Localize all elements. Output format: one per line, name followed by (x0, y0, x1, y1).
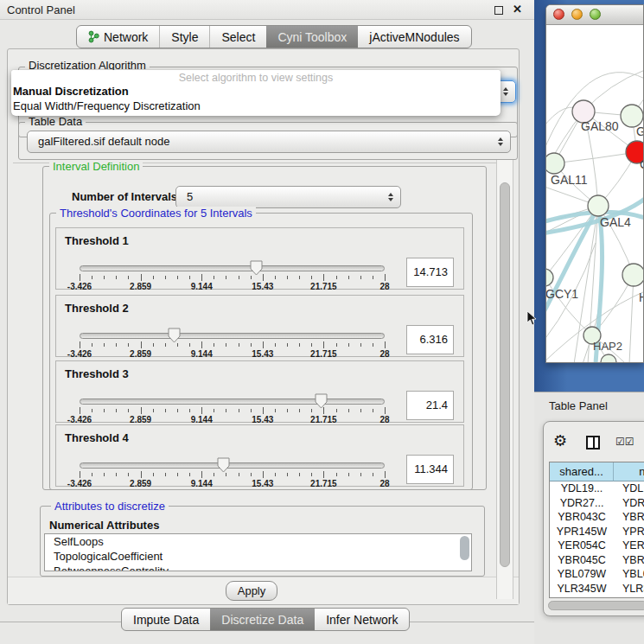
cell-name[interactable]: YER0 (614, 539, 644, 553)
right-mid-node[interactable] (622, 264, 644, 286)
popup-option-equal-width[interactable]: Equal Width/Frequency Discretization (11, 99, 501, 113)
table-data-combo[interactable]: galFiltered.sif default node (27, 131, 511, 153)
numerical-attributes-list[interactable]: SelfLoopsTopologicalCoefficientBetweenne… (44, 533, 472, 571)
network-edge[interactable] (629, 275, 634, 363)
cell-shared-name[interactable]: YLR345W (550, 582, 614, 596)
network-window: GAL80GACGAL11GAL4GCY1HHAP2 (545, 4, 644, 363)
threshold-slider[interactable]: -3.4262.8599.14415.4321.71528 (80, 425, 385, 488)
cell-shared-name[interactable]: YDL19... (550, 481, 614, 496)
threshold-value-field[interactable]: 21.4 (406, 391, 454, 420)
node-label: GA (636, 124, 644, 138)
gal11-node[interactable] (546, 153, 564, 174)
cell-name[interactable]: YBL0 (614, 567, 644, 582)
table-panel-title: Table Panel (549, 399, 608, 412)
bottom-node[interactable] (601, 354, 616, 363)
apply-button[interactable]: Apply (226, 581, 277, 601)
tab-network[interactable]: Network (77, 26, 159, 48)
slider-scale-labels: -3.4262.8599.14415.4321.71528 (80, 349, 385, 360)
column-browser-icon[interactable] (586, 436, 600, 450)
attributes-group-label: Attributes to discretize (51, 500, 169, 513)
panel-scrollbar-thumb[interactable] (500, 182, 510, 567)
control-panel-titlebar: Control Panel ✕ (0, 0, 534, 20)
column-header-shared-name[interactable]: shared... (550, 462, 614, 481)
slider-ticks (80, 407, 385, 415)
cell-shared-name[interactable]: YBL079W (550, 567, 614, 582)
cell-shared-name[interactable]: YPR145W (550, 525, 614, 539)
slider-ticks (80, 274, 385, 282)
tab-jactivemnodules[interactable]: jActiveMNodules (358, 26, 470, 48)
threshold-slider[interactable]: -3.4262.8599.14415.4321.71528 (80, 296, 385, 358)
node-table[interactable]: shared... na YDL19...YDL1YDR27...YDR2YBR… (549, 462, 644, 598)
tab-cyni-toolbox[interactable]: Cyni Toolbox (266, 26, 358, 48)
slider-track[interactable] (80, 333, 385, 339)
threshold-slider[interactable]: -3.4262.8599.14415.4321.71528 (80, 228, 385, 290)
cell-name[interactable]: YPR1 (614, 525, 644, 539)
cell-name[interactable]: YBR0 (614, 510, 644, 525)
cell-name[interactable]: YDR2 (614, 496, 644, 511)
cell-shared-name[interactable]: YER054C (550, 539, 614, 553)
attribute-item[interactable]: BetweennessCentrality (45, 564, 471, 571)
list-scrollbar-thumb[interactable] (460, 536, 469, 560)
threshold-panel: Threshold 4 -3.4262.8599.14415.4321.7152… (55, 424, 464, 487)
bottom-tabbar: Impute Data Discretize Data Infer Networ… (121, 608, 410, 631)
gear-icon[interactable]: ⚙ (553, 433, 567, 449)
slider-track[interactable] (80, 265, 385, 271)
zoom-traffic-light-icon[interactable] (590, 9, 601, 20)
minimize-traffic-light-icon[interactable] (571, 9, 583, 20)
table-row[interactable]: YBL079WYBL0 (550, 567, 644, 582)
table-hscrollbar-thumb[interactable] (548, 601, 644, 610)
cell-name[interactable]: YLR3 (614, 582, 644, 596)
cell-name[interactable]: YBR0 (614, 553, 644, 568)
tab-infer-network[interactable]: Infer Network (315, 609, 409, 630)
thresholds-group-label: Threshold's Coordinates for 5 Intervals (56, 207, 256, 220)
table-hscrollbar-track[interactable] (548, 601, 644, 610)
threshold-value-field[interactable]: 11.344 (406, 455, 454, 484)
gcy1-node[interactable] (546, 269, 553, 286)
num-intervals-combo[interactable]: 5 (175, 186, 401, 208)
control-panel-title: Control Panel (7, 3, 75, 16)
network-edge[interactable] (554, 152, 637, 163)
table-panel: ⚙ ☑☑ shared... na YDL19...YDL1YDR27...YD… (543, 421, 644, 616)
column-header-name[interactable]: na (614, 462, 644, 481)
cell-shared-name[interactable]: YIL052C (550, 596, 614, 598)
cell-name[interactable]: YDL1 (614, 481, 644, 496)
float-window-icon[interactable] (494, 6, 503, 15)
tab-select[interactable]: Select (209, 26, 266, 48)
table-row[interactable]: YDR27...YDR2 (550, 496, 644, 511)
cell-name[interactable]: YIL0 (614, 596, 644, 598)
popup-option-manual[interactable]: Manual Discretization (11, 84, 501, 99)
network-edge[interactable] (609, 362, 615, 363)
table-row[interactable]: YIL052CYIL0 (550, 596, 644, 598)
tab-impute-data[interactable]: Impute Data (122, 609, 210, 630)
slider-track[interactable] (80, 462, 385, 469)
table-row[interactable]: YPR145WYPR1 (550, 525, 644, 539)
threshold-slider[interactable]: -3.4262.8599.14415.4321.71528 (80, 361, 385, 424)
network-canvas[interactable]: GAL80GACGAL11GAL4GCY1HHAP2 (546, 25, 644, 363)
panel-scrollbar-track[interactable] (496, 160, 513, 599)
mouse-cursor (526, 310, 537, 326)
threshold-value-field[interactable]: 6.316 (406, 325, 454, 354)
tab-style[interactable]: Style (159, 26, 209, 48)
tab-discretize-data[interactable]: Discretize Data (210, 609, 315, 630)
cell-shared-name[interactable]: YBR043C (550, 510, 614, 525)
attribute-item[interactable]: TopologicalCoefficient (45, 549, 471, 564)
close-traffic-light-icon[interactable] (553, 9, 564, 20)
tab-network-label: Network (104, 30, 148, 44)
cell-shared-name[interactable]: YBR045C (550, 553, 614, 568)
table-row[interactable]: YBR045CYBR0 (550, 553, 644, 568)
cell-shared-name[interactable]: YDR27... (550, 496, 614, 511)
checkbox-icons[interactable]: ☑☑ (615, 436, 634, 448)
algorithm-popup: Select algorithm to view settings Manual… (11, 70, 501, 116)
table-row[interactable]: YER054CYER0 (550, 539, 644, 553)
close-icon[interactable]: ✕ (513, 3, 522, 16)
gal4-node[interactable] (588, 195, 609, 216)
table-row[interactable]: YBR043CYBR0 (550, 510, 644, 525)
slider-ticks (80, 471, 385, 479)
threshold-value-field[interactable]: 14.713 (406, 258, 454, 287)
combo-arrows-icon (388, 193, 393, 201)
slider-track[interactable] (80, 399, 385, 405)
attribute-item[interactable]: SelfLoops (45, 534, 471, 549)
table-row[interactable]: YLR345WYLR3 (550, 582, 644, 596)
interval-group-label: Interval Definition (49, 160, 143, 173)
table-row[interactable]: YDL19...YDL1 (550, 481, 644, 496)
